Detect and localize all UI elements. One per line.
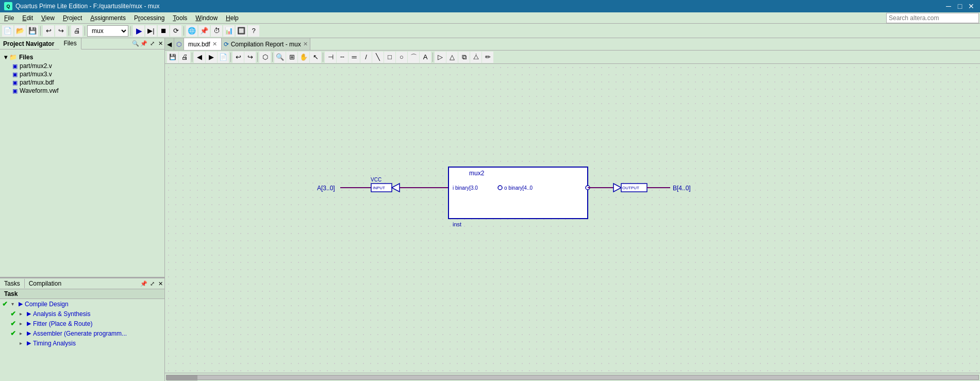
minimize-button[interactable]: ─ xyxy=(944,2,953,11)
tasks-close-icon[interactable]: ✕ xyxy=(156,279,164,288)
menu-file[interactable]: File xyxy=(0,13,18,23)
sch-prev[interactable]: ◀ xyxy=(194,52,205,63)
sch-rubber[interactable]: ✏ xyxy=(482,52,493,63)
sch-rect[interactable]: □ xyxy=(384,52,395,63)
schematic-canvas[interactable]: A[3..0] INPUT VCC mux2 xyxy=(165,64,980,373)
file-mux2v[interactable]: ▣ part/mux2.v xyxy=(2,62,162,70)
files-tab[interactable]: Files xyxy=(59,38,81,49)
compile-button[interactable]: ▶ xyxy=(133,25,144,37)
file-muxbdf[interactable]: ▣ part/mux.bdf xyxy=(2,78,162,87)
menu-processing[interactable]: Processing xyxy=(130,13,169,23)
sch-paste-attr[interactable]: ⧊ xyxy=(470,52,481,63)
task-run-timing[interactable]: ▶ xyxy=(27,340,31,346)
analyze-button[interactable]: ⟳ xyxy=(170,25,181,37)
sch-pin-in[interactable]: ▷ xyxy=(435,52,446,63)
undo-button[interactable]: ↩ xyxy=(43,25,54,37)
compilation-tab-label[interactable]: Compilation xyxy=(25,279,65,288)
task-timing[interactable]: ✔ ▸ ▶ Timing Analysis xyxy=(0,338,164,348)
file-waveform[interactable]: ▣ Waveform.vwf xyxy=(2,87,162,95)
tab-compilation-close[interactable]: ✕ xyxy=(303,41,308,47)
sch-ortho[interactable]: ⊣ xyxy=(325,52,336,63)
window-controls[interactable]: ─ □ ✕ xyxy=(944,2,976,11)
h-scrollbar[interactable] xyxy=(165,373,980,381)
sch-select[interactable]: ↖ xyxy=(310,52,321,63)
sch-diag[interactable]: ╲ xyxy=(372,52,384,63)
tasks-float-icon[interactable]: ⤢ xyxy=(148,279,156,288)
task-expand-analysis[interactable]: ▸ xyxy=(20,311,25,317)
pin-button[interactable]: 📌 xyxy=(198,25,210,37)
menu-edit[interactable]: Edit xyxy=(18,13,37,23)
sch-save[interactable]: 💾 xyxy=(167,52,178,63)
sch-copy-attr[interactable]: ⧉ xyxy=(458,52,470,63)
task-label-fitter[interactable]: Fitter (Place & Route) xyxy=(33,320,92,327)
sch-wire[interactable]: ╌ xyxy=(337,52,348,63)
nav-search-icon[interactable]: 🔍 xyxy=(131,40,140,48)
sch-arc[interactable]: ⌒ xyxy=(408,52,419,63)
task-run-analysis[interactable]: ▶ xyxy=(27,310,31,317)
task-expand-assembler[interactable]: ▸ xyxy=(20,330,25,336)
print-button[interactable]: 🖨 xyxy=(71,25,82,37)
sch-pin-out[interactable]: △ xyxy=(446,52,458,63)
nav-float-icon[interactable]: ⤢ xyxy=(148,40,156,48)
file-mux3v[interactable]: ▣ part/mux3.v xyxy=(2,70,162,78)
task-compile-design[interactable]: ✔ ▾ ▶ Compile Design xyxy=(0,299,164,309)
sch-new[interactable]: 📄 xyxy=(218,52,229,63)
task-label-analysis[interactable]: Analysis & Synthesis xyxy=(33,310,90,318)
nav-lock-icon[interactable]: 📌 xyxy=(140,40,148,48)
task-run-fitter[interactable]: ▶ xyxy=(27,320,31,327)
files-header[interactable]: ▾ 📁 Files xyxy=(2,53,162,62)
task-label-compile[interactable]: Compile Design xyxy=(25,301,69,308)
menu-window[interactable]: Window xyxy=(191,13,222,23)
project-combo[interactable]: mux xyxy=(87,25,128,37)
stop-button[interactable]: ⏹ xyxy=(158,25,169,37)
menu-assignments[interactable]: Assignments xyxy=(86,13,130,23)
sch-bus[interactable]: ═ xyxy=(348,52,360,63)
maximize-button[interactable]: □ xyxy=(955,2,965,11)
tasks-tab-label[interactable]: Tasks xyxy=(0,279,25,288)
open-button[interactable]: 📂 xyxy=(14,25,26,37)
tab-mux-bdf[interactable]: mux.bdf ✕ xyxy=(184,38,222,51)
task-analysis-synthesis[interactable]: ✔ ▸ ▶ Analysis & Synthesis xyxy=(0,309,164,319)
task-expand-fitter[interactable]: ▸ xyxy=(20,321,25,326)
sch-mode[interactable]: ⬡ xyxy=(259,52,271,63)
menu-view[interactable]: View xyxy=(37,13,59,23)
tab-compilation-report[interactable]: ⟳ Compilation Report - mux ✕ xyxy=(222,38,310,51)
menu-tools[interactable]: Tools xyxy=(169,13,191,23)
netlist-button[interactable]: 🌐 xyxy=(186,25,197,37)
timing-button[interactable]: ⏱ xyxy=(211,25,222,37)
task-run-compile[interactable]: ▶ xyxy=(19,301,23,307)
save-button[interactable]: 💾 xyxy=(27,25,38,37)
sch-circle[interactable]: ○ xyxy=(396,52,407,63)
tasks-lock-icon[interactable]: 📌 xyxy=(140,279,148,288)
sch-text[interactable]: A xyxy=(420,52,431,63)
menu-help[interactable]: Help xyxy=(222,13,243,23)
task-expand-timing[interactable]: ▸ xyxy=(20,340,25,346)
help-button2[interactable]: ? xyxy=(248,25,259,37)
nav-close-icon[interactable]: ✕ xyxy=(156,40,164,48)
sch-undo[interactable]: ↩ xyxy=(232,52,244,63)
sch-zoom-fit[interactable]: ⊞ xyxy=(286,52,297,63)
sch-hand[interactable]: ✋ xyxy=(298,52,309,63)
redo-button[interactable]: ↪ xyxy=(55,25,67,37)
menu-project[interactable]: Project xyxy=(59,13,86,23)
h-scrollbar-track[interactable] xyxy=(166,375,979,380)
task-fitter[interactable]: ✔ ▸ ▶ Fitter (Place & Route) xyxy=(0,319,164,328)
sch-redo[interactable]: ↪ xyxy=(244,52,256,63)
task-label-timing[interactable]: Timing Analysis xyxy=(33,340,76,347)
task-label-assembler[interactable]: Assembler (Generate programm... xyxy=(33,330,127,337)
task-expand-compile[interactable]: ▾ xyxy=(11,301,16,307)
new-button[interactable]: 📄 xyxy=(2,25,13,37)
task-run-assembler[interactable]: ▶ xyxy=(27,330,31,337)
search-input[interactable] xyxy=(886,13,979,23)
h-scrollbar-thumb[interactable] xyxy=(167,375,197,380)
sch-next[interactable]: ▶ xyxy=(206,52,217,63)
sch-zoom-in[interactable]: 🔍 xyxy=(274,52,286,63)
nav-arrow-left[interactable]: ◀ xyxy=(165,38,174,51)
task-assembler[interactable]: ✔ ▸ ▶ Assembler (Generate programm... xyxy=(0,328,164,338)
rtl-button[interactable]: 🔲 xyxy=(236,25,247,37)
sch-print[interactable]: 🖨 xyxy=(179,52,190,63)
tab-mux-bdf-close[interactable]: ✕ xyxy=(212,41,217,47)
sim-button[interactable]: 📊 xyxy=(223,25,235,37)
sch-line[interactable]: / xyxy=(360,52,372,63)
start-button[interactable]: ▶| xyxy=(145,25,157,37)
